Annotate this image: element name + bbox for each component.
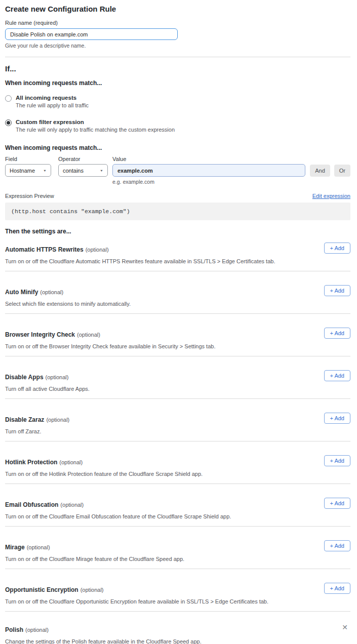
chevron-down-icon: ▼ <box>43 169 47 172</box>
operator-select[interactable]: contains ▼ <box>58 164 108 177</box>
setting-item-auto-minify: Auto Minify(optional) Select which file … <box>5 271 350 314</box>
setting-name: Mirage <box>5 544 25 551</box>
rule-name-label: Rule name (required) <box>5 20 350 26</box>
setting-optional-suffix: (optional) <box>46 374 69 380</box>
if-heading: If... <box>5 64 350 73</box>
match-options-group: All incoming requests The rule will appl… <box>5 95 350 133</box>
setting-title-row: Mirage(optional) <box>5 542 350 551</box>
add-setting-button[interactable]: + Add <box>324 285 350 296</box>
setting-name: Email Obfuscation <box>5 501 58 508</box>
or-button[interactable]: Or <box>334 165 350 177</box>
field-select[interactable]: Hostname ▼ <box>5 164 51 177</box>
match-option-description: The rule will apply to all traffic <box>16 102 89 108</box>
setting-name: Disable Zaraz <box>5 416 44 423</box>
setting-description: Select which file extensions to minify a… <box>5 301 350 307</box>
chevron-down-icon: ▼ <box>100 169 103 172</box>
setting-item-disable-zaraz: Disable Zaraz(optional) Turn off Zaraz. … <box>5 399 350 441</box>
setting-item-browser-integrity-check: Browser Integrity Check(optional) Turn o… <box>5 314 350 356</box>
match-option-description: The rule will only apply to traffic matc… <box>16 127 175 133</box>
setting-optional-suffix: (optional) <box>81 587 104 593</box>
rule-name-input[interactable] <box>5 28 178 40</box>
setting-item-opportunistic-encryption: Opportunistic Encryption(optional) Turn … <box>5 569 350 612</box>
setting-title-row: Hotlink Protection(optional) <box>5 457 350 466</box>
setting-title-row: Polish(optional) <box>5 625 350 634</box>
setting-description: Change the settings of the Polish featur… <box>5 638 350 644</box>
add-setting-button[interactable]: + Add <box>324 455 350 466</box>
expression-preview-header: Expression Preview Edit expression <box>5 193 350 199</box>
expression-builder-row: Field Hostname ▼ Operator contains ▼ Val… <box>5 156 350 185</box>
field-select-value: Hostname <box>10 168 35 174</box>
add-setting-button[interactable]: + Add <box>324 370 350 381</box>
value-label: Value <box>112 156 305 162</box>
operator-label: Operator <box>58 156 108 162</box>
field-column: Field Hostname ▼ <box>5 156 51 177</box>
expression-preview-label: Expression Preview <box>5 193 54 199</box>
close-icon[interactable]: ✕ <box>342 624 348 631</box>
setting-name: Polish <box>5 626 23 633</box>
setting-optional-suffix: (optional) <box>77 332 100 338</box>
setting-item-automatic-https-rewrites: Automatic HTTPS Rewrites(optional) Turn … <box>5 235 350 271</box>
settings-heading: Then the settings are... <box>5 228 350 235</box>
value-help: e.g. example.com <box>112 179 305 185</box>
setting-optional-suffix: (optional) <box>25 627 49 633</box>
setting-name: Hotlink Protection <box>5 459 57 466</box>
setting-description: Turn off Zaraz. <box>5 428 350 434</box>
edit-expression-link[interactable]: Edit expression <box>312 193 350 199</box>
radio-icon[interactable] <box>5 95 12 102</box>
rule-name-help: Give your rule a descriptive name. <box>5 43 350 49</box>
match-option-label: Custom filter expression <box>16 119 175 125</box>
setting-name: Auto Minify <box>5 289 38 296</box>
setting-title-row: Automatic HTTPS Rewrites(optional) <box>5 245 350 254</box>
value-column: Value e.g. example.com <box>112 156 305 185</box>
setting-item-disable-apps: Disable Apps(optional) Turn off all acti… <box>5 356 350 399</box>
setting-optional-suffix: (optional) <box>46 417 69 423</box>
operator-select-value: contains <box>63 168 84 174</box>
setting-item-hotlink-protection: Hotlink Protection(optional) Turn on or … <box>5 441 350 484</box>
section-divider <box>5 57 350 57</box>
setting-description: Turn on or off the Cloudflare Opportunis… <box>5 598 350 605</box>
setting-title-row: Email Obfuscation(optional) <box>5 500 350 509</box>
setting-optional-suffix: (optional) <box>60 502 84 508</box>
value-input[interactable] <box>112 164 305 177</box>
add-setting-button[interactable]: + Add <box>324 328 350 339</box>
operator-column: Operator contains ▼ <box>58 156 108 177</box>
setting-title-row: Disable Zaraz(optional) <box>5 415 350 424</box>
match-option-label: All incoming requests <box>16 95 89 101</box>
match-heading: When incoming requests match... <box>5 79 350 87</box>
add-setting-button[interactable]: + Add <box>324 540 350 551</box>
setting-description: Turn on or off the Cloudflare Mirage fea… <box>5 556 350 562</box>
setting-description: Turn on or off the Cloudflare Automatic … <box>5 258 350 264</box>
rule-name-group: Rule name (required) Give your rule a de… <box>5 20 350 49</box>
setting-item-mirage: Mirage(optional) Turn on or off the Clou… <box>5 527 350 569</box>
create-configuration-rule-page: Create new Configuration Rule Rule name … <box>0 0 357 644</box>
setting-name: Automatic HTTPS Rewrites <box>5 246 84 253</box>
settings-list: Automatic HTTPS Rewrites(optional) Turn … <box>5 235 350 612</box>
setting-optional-suffix: (optional) <box>40 289 63 295</box>
setting-name: Browser Integrity Check <box>5 331 75 338</box>
radio-icon[interactable] <box>5 119 12 126</box>
setting-section-polish: ✕ Polish(optional) Change the settings o… <box>5 612 350 644</box>
and-button[interactable]: And <box>310 165 330 177</box>
setting-optional-suffix: (optional) <box>27 544 50 550</box>
setting-title-row: Browser Integrity Check(optional) <box>5 330 350 339</box>
setting-description: Turn on or off the Cloudflare Email Obfu… <box>5 513 350 519</box>
setting-optional-suffix: (optional) <box>59 459 83 465</box>
add-setting-button[interactable]: + Add <box>324 243 350 254</box>
add-setting-button[interactable]: + Add <box>324 498 350 509</box>
add-setting-button[interactable]: + Add <box>324 413 350 424</box>
setting-name: Disable Apps <box>5 374 44 381</box>
add-setting-button[interactable]: + Add <box>324 583 350 594</box>
setting-description: Turn on or off the Hotlink Protection fe… <box>5 471 350 477</box>
setting-item-email-obfuscation: Email Obfuscation(optional) Turn on or o… <box>5 484 350 527</box>
setting-description: Turn on or off the Browser Integrity Che… <box>5 343 350 349</box>
field-label: Field <box>5 156 51 162</box>
match-option[interactable]: Custom filter expression The rule will o… <box>5 119 350 133</box>
setting-title-row: Auto Minify(optional) <box>5 287 350 296</box>
setting-title-row: Disable Apps(optional) <box>5 372 350 381</box>
setting-name: Opportunistic Encryption <box>5 586 78 593</box>
match-option[interactable]: All incoming requests The rule will appl… <box>5 95 350 108</box>
setting-optional-suffix: (optional) <box>86 247 109 253</box>
expression-preview-code: (http.host contains "example.com") <box>5 203 350 220</box>
setting-description: Turn off all active Cloudflare Apps. <box>5 386 350 392</box>
page-title: Create new Configuration Rule <box>5 5 350 13</box>
